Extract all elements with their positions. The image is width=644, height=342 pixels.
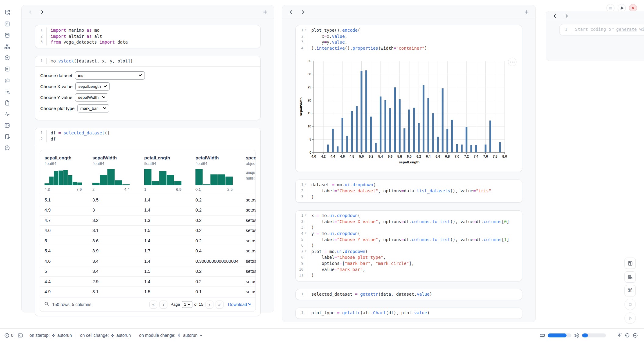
function-square-icon[interactable]: [4, 21, 10, 27]
x-axis-title: sepalLength: [399, 160, 420, 164]
table-header-row: sepalLengthfloat644.37.9sepalWidthfloat6…: [40, 150, 256, 195]
notebook-cell[interactable]: 12df = selected_dataset()dfsepalLengthfl…: [35, 128, 261, 316]
svg-text:30: 30: [308, 72, 311, 76]
code-editor[interactable]: 1Start coding or generate with AI: [560, 24, 644, 35]
package-icon[interactable]: [4, 55, 10, 61]
on-startup-setting[interactable]: on startup: autorun: [30, 333, 72, 338]
file-tree-icon[interactable]: [4, 10, 10, 16]
prev-page-button[interactable]: ‹: [159, 301, 167, 308]
notebook-cell[interactable]: 1Start coding or generate with AI: [559, 24, 644, 35]
selected-value: sepalLength: [78, 84, 101, 89]
plot-type-dropdown[interactable]: mark_bar: [77, 104, 109, 112]
y-value-dropdown[interactable]: sepalWidth: [75, 93, 108, 102]
code-editor[interactable]: 12df = selected_dataset()df: [35, 128, 260, 144]
keyboard-shortcuts-button[interactable]: ⌘: [624, 285, 636, 296]
svg-text:25: 25: [308, 85, 311, 89]
layout-icon: [628, 274, 633, 280]
column-histogram: [92, 169, 130, 186]
svg-text:5.0: 5.0: [359, 155, 364, 158]
connection-status-button[interactable]: [633, 333, 638, 338]
code-editor[interactable]: 1mo.vstack([dataset, x, y, plot]): [35, 56, 260, 67]
file-text-icon[interactable]: [4, 100, 10, 106]
search-icon[interactable]: [44, 301, 49, 308]
layout-button[interactable]: [624, 271, 636, 283]
errors-button[interactable]: [4, 333, 9, 338]
network-icon[interactable]: [4, 44, 10, 50]
terminal-button[interactable]: [18, 333, 23, 338]
save-button[interactable]: [624, 258, 636, 269]
cpu-icon: [574, 333, 579, 338]
fold-chevron-icon[interactable]: ∨: [305, 29, 306, 31]
dataset-dropdown-row: Choose datasetiris: [40, 71, 255, 80]
svg-text:6.8: 6.8: [445, 155, 450, 158]
first-page-button[interactable]: «: [149, 301, 157, 308]
table-row: 5.13.51.40.2setos: [40, 195, 256, 205]
y-value-dropdown-row: Choose Y valuesepalWidth: [40, 93, 255, 102]
ai-sparkles-button[interactable]: [617, 333, 622, 338]
code-editor[interactable]: 1∨23dataset = mo.ui.dropdown( label="Cho…: [296, 180, 522, 202]
column-move-right-button[interactable]: [301, 10, 305, 14]
svg-text:4.8: 4.8: [350, 155, 354, 158]
notebook-cell[interactable]: 1plot_type = getattr(alt.Chart(df), plot…: [295, 308, 522, 319]
cell-output: Choose datasetirisChoose X valuesepalLen…: [35, 66, 260, 120]
stop-button[interactable]: [624, 299, 636, 310]
dataset-dropdown[interactable]: iris: [75, 71, 145, 80]
column-move-left-button[interactable]: [28, 10, 32, 14]
notebook-cell[interactable]: 1∨234plot_type().encode( x=x.value, y=y.…: [295, 25, 522, 172]
notebook-cell[interactable]: 1∨234∨567∨891011x = mo.ui.dropdown( labe…: [295, 210, 522, 281]
x-value-dropdown[interactable]: sepalLength: [75, 82, 110, 91]
y-value-dropdown-label: Choose Y value: [40, 95, 72, 100]
code-snippet-icon[interactable]: [4, 123, 10, 129]
code-editor[interactable]: 1selected_dataset = getattr(data, datase…: [296, 289, 522, 300]
table-column-header[interactable]: sepalLengthfloat644.37.9: [40, 155, 92, 192]
column-move-right-button[interactable]: [565, 14, 569, 18]
chat-bot-icon[interactable]: [4, 77, 10, 84]
notebook-cell[interactable]: 1selected_dataset = getattr(data, datase…: [295, 289, 522, 300]
dots-icon: [513, 62, 515, 63]
column-move-left-button[interactable]: [553, 14, 557, 18]
run-button[interactable]: [624, 312, 636, 324]
svg-text:5: 5: [309, 138, 311, 141]
next-page-button[interactable]: ›: [206, 301, 213, 308]
download-button[interactable]: Download: [228, 302, 251, 307]
table-column-header[interactable]: petalWidthfloat640.12.5: [195, 155, 246, 192]
zap-icon: [52, 333, 55, 337]
table-column-header[interactable]: sepalWidthfloat6424.4: [92, 155, 144, 192]
copilot-button[interactable]: [625, 333, 630, 338]
code-editor[interactable]: 123import marimo as moimport altair as a…: [35, 25, 260, 48]
table-column-header[interactable]: petalLengthfloat6416.9: [144, 155, 195, 192]
text-search-icon[interactable]: [4, 89, 10, 95]
page-label: Page: [170, 302, 180, 307]
add-column-button[interactable]: [525, 10, 529, 14]
help-circle-icon[interactable]: [4, 145, 10, 151]
on-cell-change-setting[interactable]: on cell change: autorun: [80, 333, 131, 338]
svg-text:7.4: 7.4: [474, 155, 478, 158]
table-column-header[interactable]: speciobjecuniqunulls:: [246, 155, 256, 192]
chevron-right-icon: [301, 10, 305, 14]
fold-chevron-icon[interactable]: ∨: [305, 250, 306, 252]
on-module-change-setting[interactable]: on module change: autorun: [139, 333, 203, 338]
database-icon[interactable]: [4, 32, 10, 38]
column-move-left-button[interactable]: [289, 10, 293, 14]
plot-type-dropdown-row: Choose plot typemark_bar: [40, 104, 255, 112]
activity-icon[interactable]: [4, 111, 10, 117]
code-editor[interactable]: 1∨234∨567∨891011x = mo.ui.dropdown( labe…: [296, 211, 522, 281]
line-number-gutter: 1: [35, 58, 47, 64]
code-editor[interactable]: 1∨234plot_type().encode( x=x.value, y=y.…: [296, 25, 522, 54]
fold-chevron-icon[interactable]: ∨: [305, 214, 306, 216]
fold-chevron-icon[interactable]: ∨: [305, 232, 306, 234]
add-column-button[interactable]: [263, 10, 267, 14]
last-page-button[interactable]: »: [216, 301, 224, 308]
notebook-pen-icon[interactable]: [4, 134, 10, 140]
notebook-column-1: 123import marimo as moimport altair as a…: [21, 5, 274, 312]
code-editor[interactable]: 1plot_type = getattr(alt.Chart(df), plot…: [296, 308, 522, 319]
fold-chevron-icon[interactable]: ∨: [305, 183, 306, 186]
column-move-right-button[interactable]: [40, 10, 44, 14]
page-select[interactable]: 1: [182, 301, 192, 308]
notebook-cell[interactable]: 1∨23dataset = mo.ui.dropdown( label="Cho…: [295, 180, 522, 203]
notebook-cell[interactable]: 123import marimo as moimport altair as a…: [35, 25, 261, 48]
scroll-text-icon[interactable]: [4, 66, 10, 72]
svg-text:6.0: 6.0: [407, 155, 411, 158]
notebook-cell[interactable]: 1mo.vstack([dataset, x, y, plot])Choose …: [35, 56, 261, 120]
svg-text:5.8: 5.8: [397, 155, 402, 158]
